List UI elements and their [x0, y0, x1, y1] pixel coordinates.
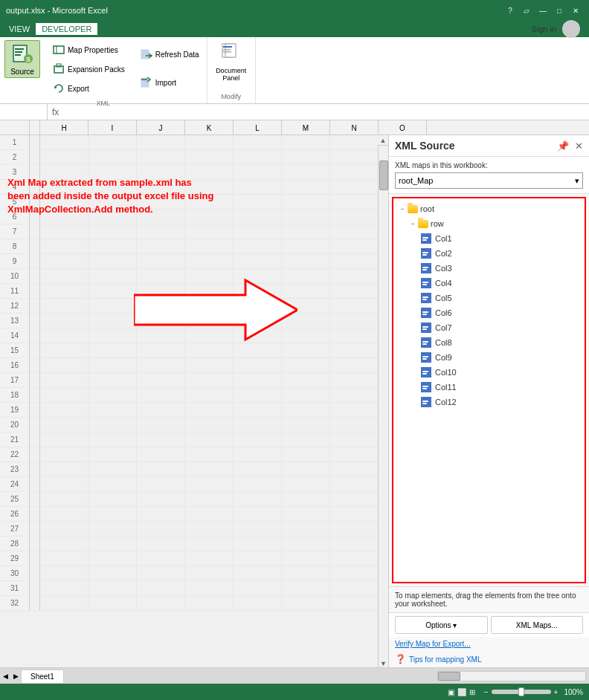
cell[interactable] — [330, 299, 379, 313]
tree-item[interactable]: Col1 — [396, 231, 582, 246]
cell[interactable] — [40, 358, 88, 372]
cell[interactable] — [330, 447, 379, 461]
cell[interactable] — [234, 477, 282, 491]
menu-item-developer[interactable]: DEVELOPER — [36, 23, 97, 35]
cell[interactable] — [185, 462, 234, 476]
cell[interactable] — [234, 492, 282, 506]
cell[interactable] — [137, 150, 185, 164]
cell[interactable] — [282, 135, 330, 149]
cell[interactable] — [88, 328, 137, 343]
cell[interactable] — [234, 254, 282, 268]
cell[interactable] — [330, 150, 379, 164]
tips-area[interactable]: ❓ Tips for mapping XML — [389, 651, 589, 667]
cell[interactable] — [234, 388, 282, 402]
cell[interactable] — [137, 507, 185, 521]
cell[interactable] — [234, 432, 282, 447]
cell[interactable] — [330, 537, 379, 551]
cell[interactable] — [40, 403, 88, 417]
cell[interactable] — [282, 343, 330, 357]
cell[interactable] — [282, 477, 330, 491]
tree-item[interactable]: Col10 — [396, 365, 582, 380]
cell[interactable] — [137, 224, 185, 239]
close-button[interactable]: ✕ — [568, 4, 583, 16]
tree-item[interactable]: Col4 — [396, 276, 582, 291]
cell[interactable] — [234, 343, 282, 357]
tree-item[interactable]: Col3 — [396, 261, 582, 276]
cell[interactable] — [234, 239, 282, 253]
tree-item[interactable]: Col12 — [396, 395, 582, 409]
cell[interactable] — [185, 477, 234, 491]
cell[interactable] — [40, 551, 88, 565]
zoom-out-btn[interactable]: − — [484, 688, 489, 696]
cell[interactable] — [137, 418, 185, 432]
cell[interactable] — [88, 314, 137, 328]
cell[interactable] — [88, 343, 137, 357]
cell[interactable] — [282, 522, 330, 536]
sheet-tab-sheet1[interactable]: Sheet1 — [21, 670, 64, 683]
document-panel-button[interactable]: Document Panel — [212, 40, 251, 83]
cell[interactable] — [88, 284, 137, 298]
cell[interactable] — [330, 373, 379, 387]
verify-map-link[interactable]: Verify Map for Export... — [389, 637, 589, 651]
cell[interactable] — [40, 522, 88, 536]
cell[interactable] — [282, 180, 330, 194]
cell[interactable] — [185, 373, 234, 387]
cell[interactable] — [330, 269, 379, 283]
xml-panel-controls[interactable]: 📌 ✕ — [557, 140, 583, 152]
tree-item[interactable]: Col9 — [396, 350, 582, 365]
cell[interactable] — [40, 566, 88, 580]
cell[interactable] — [40, 135, 88, 149]
cell[interactable] — [185, 418, 234, 432]
cell[interactable] — [137, 239, 185, 253]
cell[interactable] — [330, 432, 379, 447]
help-button[interactable]: ? — [503, 4, 518, 16]
cell[interactable] — [88, 224, 137, 239]
cell[interactable] — [330, 477, 379, 491]
cell[interactable] — [282, 165, 330, 179]
cell[interactable] — [330, 418, 379, 432]
cell[interactable] — [40, 388, 88, 402]
xml-map-dropdown[interactable]: root_Map ▾ — [395, 172, 583, 189]
tree-item[interactable]: Col6 — [396, 305, 582, 320]
cell[interactable] — [185, 447, 234, 461]
map-properties-button[interactable]: Map Properties — [50, 40, 128, 59]
cell[interactable] — [234, 447, 282, 461]
cell[interactable] — [88, 507, 137, 521]
cell[interactable] — [330, 210, 379, 224]
cell[interactable] — [88, 254, 137, 268]
cell[interactable] — [137, 566, 185, 580]
cell[interactable] — [234, 551, 282, 565]
cell[interactable] — [282, 150, 330, 164]
cell[interactable] — [234, 566, 282, 580]
cell[interactable] — [330, 239, 379, 253]
cell[interactable] — [88, 477, 137, 491]
cell[interactable] — [185, 388, 234, 402]
cell[interactable] — [234, 210, 282, 224]
minimize-button[interactable]: — — [535, 4, 550, 16]
cell[interactable] — [330, 343, 379, 357]
cell[interactable] — [185, 358, 234, 372]
cell[interactable] — [282, 239, 330, 253]
cell[interactable] — [40, 239, 88, 253]
v-scroll-up[interactable]: ▲ — [378, 135, 388, 146]
cell[interactable] — [330, 284, 379, 298]
cell[interactable] — [282, 254, 330, 268]
cell[interactable] — [40, 269, 88, 283]
cell[interactable] — [88, 135, 137, 149]
cell[interactable] — [234, 373, 282, 387]
cell[interactable] — [282, 507, 330, 521]
tree-toggle-row[interactable]: − — [408, 219, 417, 228]
cell[interactable] — [185, 566, 234, 580]
cell[interactable] — [282, 210, 330, 224]
cell[interactable] — [185, 551, 234, 565]
cell[interactable] — [234, 165, 282, 179]
cell[interactable] — [40, 343, 88, 357]
cell[interactable] — [137, 537, 185, 551]
cell[interactable] — [40, 314, 88, 328]
tree-item[interactable]: Col2 — [396, 246, 582, 261]
cell[interactable] — [137, 388, 185, 402]
cell[interactable] — [234, 180, 282, 194]
expansion-packs-button[interactable]: Expansion Packs — [50, 59, 128, 79]
cell[interactable] — [88, 581, 137, 595]
tree-item[interactable]: Col11 — [396, 380, 582, 395]
